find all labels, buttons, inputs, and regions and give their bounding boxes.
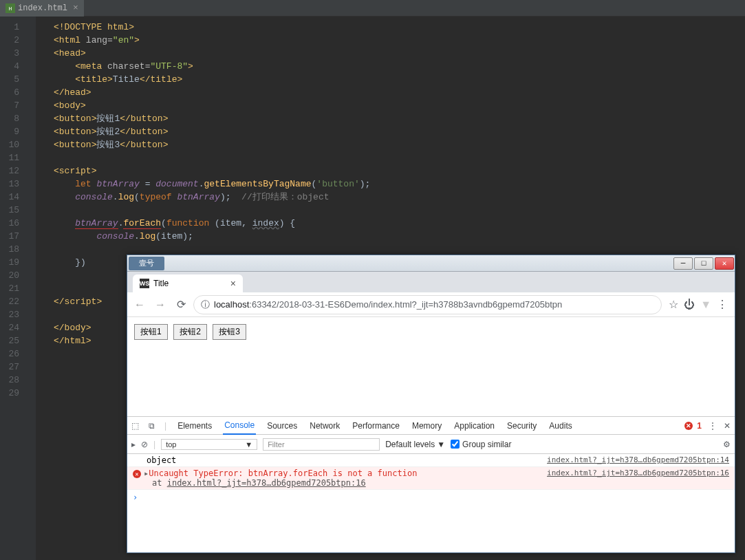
line-number: 6 [0, 86, 19, 99]
close-button[interactable]: ✕ [715, 257, 734, 270]
svg-text:H: H [9, 6, 12, 12]
console-error-row: ✕▸Uncaught TypeError: btnArray.forEach i… [127, 467, 735, 490]
console-output: object index.html?_ijt=h378…db6gpemd7205… [127, 454, 735, 505]
line-number: 12 [0, 164, 19, 177]
console-toolbar: ▸ ⊘ | top▼ Filter Default levels ▼ Group… [127, 435, 735, 454]
device-icon[interactable]: ⧉ [149, 421, 155, 431]
line-number: 24 [0, 321, 19, 334]
line-number: 20 [0, 269, 19, 282]
line-number: 28 [0, 374, 19, 387]
line-number: 5 [0, 73, 19, 86]
filter-input[interactable]: Filter [263, 438, 380, 451]
console-log-row: object index.html?_ijt=h378…db6gpemd7205… [127, 454, 735, 467]
log-source-link[interactable]: index.html?_ijt=h378…db6gpemd7205btpn:14 [547, 455, 729, 465]
group-similar-checkbox[interactable]: Group similar [451, 440, 511, 449]
chrome-tab-title: Title [153, 279, 169, 288]
line-number: 1 [0, 21, 19, 34]
address-bar: ← → ⟳ ⓘ localhost:63342/2018-03-31-ES6De… [127, 292, 735, 317]
line-number: 16 [0, 217, 19, 230]
tab-sources[interactable]: Sources [266, 417, 299, 435]
close-tab-icon[interactable]: × [73, 3, 78, 13]
html-file-icon: H [6, 3, 15, 13]
devtools-close-icon[interactable]: ✕ [724, 421, 731, 431]
url-input[interactable]: ⓘ localhost:63342/2018-03-31-ES6Demo/ind… [193, 295, 662, 314]
tab-memory[interactable]: Memory [411, 417, 443, 435]
error-count-badge[interactable]: ✕1 [684, 421, 702, 431]
line-number: 23 [0, 308, 19, 321]
tab-audits[interactable]: Audits [548, 417, 573, 435]
bookmark-icon[interactable]: ☆ [669, 298, 678, 311]
window-titlebar[interactable]: 壹号 ─ □ ✕ [127, 255, 735, 272]
devtools-tabs: ⬚ ⧉ | Elements Console Sources Network P… [127, 417, 735, 435]
line-number: 25 [0, 334, 19, 347]
line-number: 15 [0, 204, 19, 217]
tab-application[interactable]: Application [453, 417, 496, 435]
forward-button[interactable]: → [152, 297, 169, 313]
error-icon: ✕ [684, 422, 693, 430]
page-viewport: 按钮1 按钮2 按钮3 [127, 317, 735, 347]
page-button-3[interactable]: 按钮3 [213, 324, 246, 340]
context-select[interactable]: top▼ [161, 439, 257, 450]
settings-gear-icon[interactable]: ⚙ [723, 440, 731, 449]
chevron-down-icon[interactable]: ▼ [700, 299, 711, 311]
sidebar-toggle-icon[interactable]: ▸ [131, 440, 136, 449]
url-host: localhost [214, 299, 249, 310]
line-number: 9 [0, 125, 19, 138]
line-number: 2 [0, 34, 19, 47]
stack-link[interactable]: index.html?_ijt=h378…db6gpemd7205btpn:16 [167, 478, 366, 488]
line-number: 27 [0, 360, 19, 374]
line-number: 19 [0, 256, 19, 269]
line-number: 18 [0, 243, 19, 256]
page-button-1[interactable]: 按钮1 [134, 324, 168, 340]
chrome-tab[interactable]: WS Title × [133, 274, 243, 292]
error-source-link[interactable]: index.html?_ijt=h378…db6gpemd7205btpn:16 [547, 469, 729, 488]
line-number: 22 [0, 295, 19, 308]
fold-column [26, 17, 36, 560]
window-badge: 壹号 [129, 257, 164, 270]
line-number: 21 [0, 282, 19, 295]
tab-security[interactable]: Security [506, 417, 538, 435]
chrome-tab-close-icon[interactable]: × [230, 278, 236, 289]
line-number: 3 [0, 47, 19, 60]
error-message: Uncaught TypeError: btnArray.forEach is … [149, 469, 417, 478]
maximize-button[interactable]: □ [694, 257, 713, 270]
inspect-icon[interactable]: ⬚ [131, 421, 139, 431]
page-button-2[interactable]: 按钮2 [173, 324, 207, 340]
tab-console[interactable]: Console [223, 417, 256, 435]
power-icon[interactable]: ⏻ [684, 299, 695, 311]
window-controls: ─ □ ✕ [673, 256, 735, 271]
line-number: 17 [0, 230, 19, 243]
line-number: 13 [0, 177, 19, 191]
tab-elements[interactable]: Elements [176, 417, 213, 435]
ide-tab-bar: H index.html × [0, 0, 745, 17]
line-number: 26 [0, 347, 19, 360]
devtools-panel: ⬚ ⧉ | Elements Console Sources Network P… [127, 416, 735, 552]
line-number: 8 [0, 112, 19, 125]
reload-button[interactable]: ⟳ [173, 297, 189, 313]
line-gutter: 1 2 3 4 5 6 7 8 9 10 11 12 13 14 15 16 1… [0, 17, 26, 560]
browser-window: 壹号 ─ □ ✕ WS Title × ← → ⟳ ⓘ localhost:63… [127, 255, 735, 553]
line-number: 29 [0, 387, 19, 400]
level-select[interactable]: Default levels ▼ [385, 440, 445, 449]
log-message: object [133, 455, 547, 465]
line-number: 4 [0, 60, 19, 73]
line-number: 10 [0, 138, 19, 151]
line-number: 14 [0, 191, 19, 204]
toolbar-right: ☆ ⏻ ▼ ⋮ [666, 298, 731, 311]
url-path: :63342/2018-03-31-ES6Demo/index.html?_ij… [249, 299, 562, 310]
menu-icon[interactable]: ⋮ [717, 298, 728, 311]
back-button[interactable]: ← [131, 297, 148, 313]
info-icon[interactable]: ⓘ [201, 299, 210, 311]
code-line: <!DOCTYPE html> [54, 22, 134, 32]
minimize-button[interactable]: ─ [673, 257, 693, 270]
kebab-icon[interactable]: ⋮ [709, 421, 717, 431]
console-prompt[interactable]: › [127, 490, 735, 505]
webstorm-favicon-icon: WS [140, 279, 149, 288]
ide-file-tab[interactable]: H index.html × [0, 0, 84, 17]
chrome-tab-strip: WS Title × [127, 272, 735, 292]
tab-network[interactable]: Network [308, 417, 341, 435]
clear-console-icon[interactable]: ⊘ [141, 440, 148, 449]
tab-filename: index.html [18, 3, 67, 13]
error-icon: ✕ [133, 470, 141, 478]
tab-performance[interactable]: Performance [351, 417, 401, 435]
